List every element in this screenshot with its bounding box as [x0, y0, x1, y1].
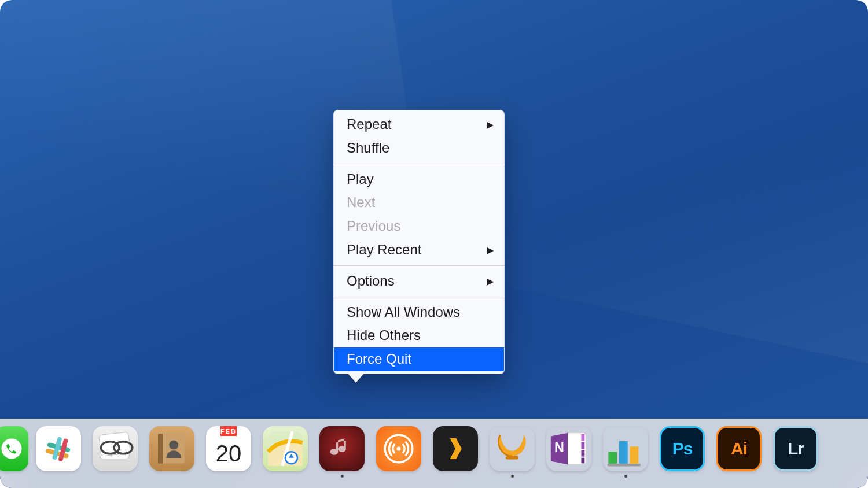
dock-app-readkit[interactable] [90, 426, 140, 478]
menu-item-label: Next [347, 193, 375, 213]
svg-rect-22 [581, 458, 584, 464]
lightroom-icon: Lr [773, 426, 818, 471]
svg-rect-24 [608, 452, 617, 464]
dock-app-contacts[interactable] [147, 426, 197, 478]
itunes-icon [319, 426, 365, 471]
menu-item-label: Previous [347, 216, 400, 236]
svg-rect-11 [158, 434, 163, 463]
dock-app-calendar[interactable]: FEB 20 [204, 426, 253, 478]
menu-item-label: Force Quit [347, 349, 411, 369]
menu-item-label: Options [347, 271, 395, 291]
dock-app-numbers[interactable] [601, 426, 650, 478]
svg-rect-26 [630, 446, 638, 464]
maps-icon [263, 426, 308, 471]
calendar-month-label: FEB [220, 426, 237, 436]
illustrator-icon: Ai [716, 426, 762, 471]
svg-point-16 [397, 447, 401, 451]
photoshop-label: Ps [672, 439, 693, 459]
running-indicator [624, 475, 627, 478]
svg-rect-19 [581, 434, 584, 441]
menu-separator [334, 164, 504, 164]
submenu-chevron-icon: ▶ [487, 275, 494, 288]
plex-icon [433, 426, 478, 471]
menu-separator [334, 297, 504, 297]
facetime-icon [0, 426, 28, 471]
svg-text:N: N [554, 440, 564, 455]
svg-point-12 [169, 441, 178, 450]
menu-item-hide-others[interactable]: Hide Others [334, 324, 504, 347]
running-indicator [511, 475, 514, 478]
contacts-icon [149, 426, 194, 471]
context-menu-panel: Repeat ▶ Shuffle Play Next Previous Play… [333, 110, 505, 374]
dock-app-maps[interactable] [260, 426, 310, 478]
svg-rect-21 [581, 450, 584, 457]
menu-item-next: Next [334, 191, 504, 215]
menu-item-label: Play Recent [347, 240, 421, 260]
overcast-icon [376, 426, 421, 471]
numbers-icon [603, 426, 648, 471]
readkit-icon [93, 426, 138, 471]
menu-item-previous: Previous [334, 215, 504, 238]
dock-app-overcast[interactable] [374, 426, 424, 478]
menu-item-label: Shuffle [347, 138, 389, 158]
dock-app-photoshop[interactable]: Ps [657, 426, 707, 478]
menu-item-label: Play [347, 169, 374, 190]
svg-rect-20 [581, 442, 584, 449]
dock-app-facetime[interactable] [0, 426, 27, 478]
menu-item-label: Hide Others [347, 326, 421, 346]
dock-app-onenote[interactable]: N [544, 426, 594, 478]
submenu-chevron-icon: ▶ [487, 118, 494, 131]
menu-item-show-all-windows[interactable]: Show All Windows [334, 301, 504, 324]
dock-app-slack[interactable] [34, 426, 83, 478]
menu-item-repeat[interactable]: Repeat ▶ [334, 113, 504, 136]
calendar-icon: FEB 20 [206, 426, 251, 471]
menu-item-play[interactable]: Play [334, 168, 504, 191]
onenote-icon: N [546, 426, 591, 471]
svg-rect-17 [506, 456, 518, 460]
context-menu-tail [348, 374, 363, 383]
slack-icon [36, 426, 81, 471]
dock-context-menu: Repeat ▶ Shuffle Play Next Previous Play… [333, 110, 505, 383]
menu-item-label: Repeat [347, 114, 391, 135]
dock-app-prettytunes[interactable] [487, 426, 537, 478]
illustrator-label: Ai [731, 439, 747, 459]
lyre-icon [490, 426, 535, 471]
dock-app-plex[interactable] [431, 426, 480, 478]
menu-item-play-recent[interactable]: Play Recent ▶ [334, 238, 504, 262]
menu-item-shuffle[interactable]: Shuffle [334, 136, 504, 160]
dock: FEB 20 [0, 419, 868, 488]
menu-item-options[interactable]: Options ▶ [334, 269, 504, 293]
submenu-chevron-icon: ▶ [487, 243, 494, 257]
svg-rect-25 [619, 441, 628, 464]
menu-item-label: Show All Windows [347, 302, 460, 323]
dock-app-itunes[interactable] [317, 426, 367, 478]
svg-point-0 [2, 439, 22, 459]
svg-rect-27 [608, 464, 641, 467]
menu-separator [334, 265, 504, 266]
photoshop-icon: Ps [660, 426, 705, 471]
running-indicator [341, 475, 344, 478]
dock-app-lightroom[interactable]: Lr [771, 426, 821, 478]
calendar-day-label: 20 [216, 436, 242, 471]
dock-app-illustrator[interactable]: Ai [714, 426, 764, 478]
menu-item-force-quit[interactable]: Force Quit [334, 347, 504, 371]
lightroom-label: Lr [788, 439, 804, 459]
